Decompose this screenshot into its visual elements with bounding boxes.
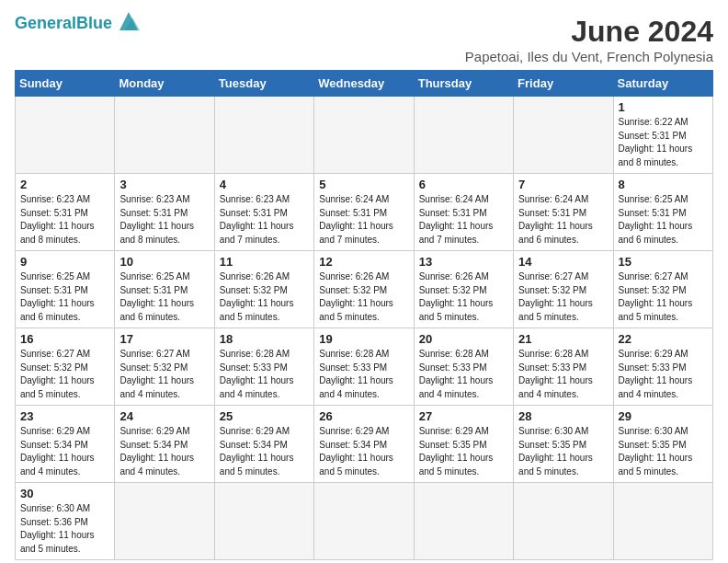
calendar-day-cell: 20Sunrise: 6:28 AM Sunset: 5:33 PM Dayli… [414, 328, 513, 406]
day-number: 8 [619, 178, 708, 191]
calendar-day-cell: 18Sunrise: 6:28 AM Sunset: 5:33 PM Dayli… [214, 328, 313, 406]
day-info: Sunrise: 6:29 AM Sunset: 5:34 PM Dayligh… [319, 425, 408, 478]
day-number: 4 [220, 178, 309, 191]
calendar-header-row: SundayMondayTuesdayWednesdayThursdayFrid… [16, 71, 713, 97]
calendar-day-cell [514, 97, 613, 174]
day-number: 21 [518, 332, 608, 346]
calendar-day-cell: 2Sunrise: 6:23 AM Sunset: 5:31 PM Daylig… [16, 174, 115, 251]
day-number: 3 [119, 178, 209, 191]
calendar-day-cell: 24Sunrise: 6:29 AM Sunset: 5:34 PM Dayli… [115, 406, 214, 483]
day-number: 22 [619, 332, 708, 346]
calendar-table: SundayMondayTuesdayWednesdayThursdayFrid… [15, 70, 713, 560]
day-info: Sunrise: 6:24 AM Sunset: 5:31 PM Dayligh… [419, 193, 508, 247]
day-of-week-header: Saturday [613, 71, 712, 97]
calendar-day-cell [514, 483, 613, 560]
day-info: Sunrise: 6:23 AM Sunset: 5:31 PM Dayligh… [20, 193, 109, 247]
day-number: 12 [319, 255, 408, 269]
calendar-day-cell: 23Sunrise: 6:29 AM Sunset: 5:34 PM Dayli… [16, 406, 115, 483]
day-info: Sunrise: 6:26 AM Sunset: 5:32 PM Dayligh… [220, 270, 309, 324]
calendar-day-cell [314, 97, 414, 174]
day-number: 20 [419, 332, 508, 346]
day-info: Sunrise: 6:28 AM Sunset: 5:33 PM Dayligh… [518, 348, 608, 401]
page-header: GeneralBlue June 2024 Papetoai, Iles du … [15, 15, 713, 64]
day-number: 23 [20, 409, 109, 423]
day-info: Sunrise: 6:25 AM Sunset: 5:31 PM Dayligh… [20, 270, 109, 324]
day-info: Sunrise: 6:28 AM Sunset: 5:33 PM Dayligh… [220, 348, 309, 401]
day-info: Sunrise: 6:24 AM Sunset: 5:31 PM Dayligh… [319, 193, 408, 247]
day-number: 5 [319, 178, 408, 191]
calendar-week-row: 30Sunrise: 6:30 AM Sunset: 5:36 PM Dayli… [16, 483, 713, 560]
day-info: Sunrise: 6:29 AM Sunset: 5:35 PM Dayligh… [419, 425, 508, 478]
day-info: Sunrise: 6:25 AM Sunset: 5:31 PM Dayligh… [619, 193, 708, 247]
day-info: Sunrise: 6:27 AM Sunset: 5:32 PM Dayligh… [119, 348, 209, 401]
day-of-week-header: Thursday [414, 71, 513, 97]
day-info: Sunrise: 6:30 AM Sunset: 5:35 PM Dayligh… [619, 425, 708, 478]
calendar-day-cell: 4Sunrise: 6:23 AM Sunset: 5:31 PM Daylig… [214, 174, 313, 251]
day-of-week-header: Monday [115, 71, 214, 97]
day-number: 27 [419, 409, 508, 423]
logo: GeneralBlue [15, 15, 142, 33]
logo-text: GeneralBlue [15, 15, 112, 33]
location: Papetoai, Iles du Vent, French Polynesia [465, 49, 713, 64]
calendar-day-cell [214, 483, 313, 560]
day-number: 17 [119, 332, 209, 346]
day-number: 25 [220, 409, 309, 423]
day-number: 14 [518, 255, 608, 269]
logo-blue: Blue [76, 14, 112, 32]
day-info: Sunrise: 6:24 AM Sunset: 5:31 PM Dayligh… [518, 193, 608, 247]
calendar-day-cell: 11Sunrise: 6:26 AM Sunset: 5:32 PM Dayli… [214, 251, 313, 328]
day-number: 28 [518, 409, 608, 423]
day-number: 29 [619, 409, 708, 423]
day-number: 2 [20, 178, 109, 191]
day-number: 15 [619, 255, 708, 269]
calendar-day-cell: 21Sunrise: 6:28 AM Sunset: 5:33 PM Dayli… [514, 328, 613, 406]
day-info: Sunrise: 6:23 AM Sunset: 5:31 PM Dayligh… [220, 193, 309, 247]
calendar-day-cell: 12Sunrise: 6:26 AM Sunset: 5:32 PM Dayli… [314, 251, 414, 328]
day-number: 18 [220, 332, 309, 346]
day-number: 24 [119, 409, 209, 423]
day-info: Sunrise: 6:29 AM Sunset: 5:34 PM Dayligh… [220, 425, 309, 478]
calendar-day-cell [115, 483, 214, 560]
calendar-week-row: 16Sunrise: 6:27 AM Sunset: 5:32 PM Dayli… [16, 328, 713, 406]
calendar-day-cell: 22Sunrise: 6:29 AM Sunset: 5:33 PM Dayli… [613, 328, 712, 406]
calendar-day-cell [314, 483, 414, 560]
calendar-week-row: 1Sunrise: 6:22 AM Sunset: 5:31 PM Daylig… [16, 97, 713, 174]
day-number: 19 [319, 332, 408, 346]
day-number: 26 [319, 409, 408, 423]
calendar-day-cell: 17Sunrise: 6:27 AM Sunset: 5:32 PM Dayli… [115, 328, 214, 406]
calendar-day-cell [16, 97, 115, 174]
day-of-week-header: Tuesday [214, 71, 313, 97]
logo-general: General [15, 14, 76, 32]
calendar-day-cell: 26Sunrise: 6:29 AM Sunset: 5:34 PM Dayli… [314, 406, 414, 483]
calendar-day-cell [613, 483, 712, 560]
calendar-day-cell: 13Sunrise: 6:26 AM Sunset: 5:32 PM Dayli… [414, 251, 513, 328]
day-number: 30 [20, 487, 109, 500]
day-of-week-header: Sunday [16, 71, 115, 97]
calendar-day-cell [414, 97, 513, 174]
calendar-day-cell [214, 97, 313, 174]
day-info: Sunrise: 6:25 AM Sunset: 5:31 PM Dayligh… [119, 270, 209, 324]
calendar-day-cell: 7Sunrise: 6:24 AM Sunset: 5:31 PM Daylig… [514, 174, 613, 251]
calendar-day-cell: 19Sunrise: 6:28 AM Sunset: 5:33 PM Dayli… [314, 328, 414, 406]
calendar-day-cell: 10Sunrise: 6:25 AM Sunset: 5:31 PM Dayli… [115, 251, 214, 328]
calendar-day-cell: 25Sunrise: 6:29 AM Sunset: 5:34 PM Dayli… [214, 406, 313, 483]
day-info: Sunrise: 6:27 AM Sunset: 5:32 PM Dayligh… [20, 348, 109, 401]
calendar-day-cell [414, 483, 513, 560]
calendar-day-cell: 16Sunrise: 6:27 AM Sunset: 5:32 PM Dayli… [16, 328, 115, 406]
day-number: 1 [619, 100, 708, 114]
day-info: Sunrise: 6:26 AM Sunset: 5:32 PM Dayligh… [419, 270, 508, 324]
day-info: Sunrise: 6:29 AM Sunset: 5:34 PM Dayligh… [20, 425, 109, 478]
calendar-day-cell: 14Sunrise: 6:27 AM Sunset: 5:32 PM Dayli… [514, 251, 613, 328]
day-info: Sunrise: 6:22 AM Sunset: 5:31 PM Dayligh… [619, 116, 708, 169]
month-year: June 2024 [465, 15, 713, 49]
calendar-day-cell: 8Sunrise: 6:25 AM Sunset: 5:31 PM Daylig… [613, 174, 712, 251]
day-info: Sunrise: 6:27 AM Sunset: 5:32 PM Dayligh… [619, 270, 708, 324]
calendar-day-cell: 27Sunrise: 6:29 AM Sunset: 5:35 PM Dayli… [414, 406, 513, 483]
day-number: 7 [518, 178, 608, 191]
day-info: Sunrise: 6:23 AM Sunset: 5:31 PM Dayligh… [119, 193, 209, 247]
calendar-week-row: 2Sunrise: 6:23 AM Sunset: 5:31 PM Daylig… [16, 174, 713, 251]
calendar-day-cell: 3Sunrise: 6:23 AM Sunset: 5:31 PM Daylig… [115, 174, 214, 251]
calendar-day-cell: 30Sunrise: 6:30 AM Sunset: 5:36 PM Dayli… [16, 483, 115, 560]
title-block: June 2024 Papetoai, Iles du Vent, French… [465, 15, 713, 64]
calendar-day-cell: 1Sunrise: 6:22 AM Sunset: 5:31 PM Daylig… [613, 97, 712, 174]
